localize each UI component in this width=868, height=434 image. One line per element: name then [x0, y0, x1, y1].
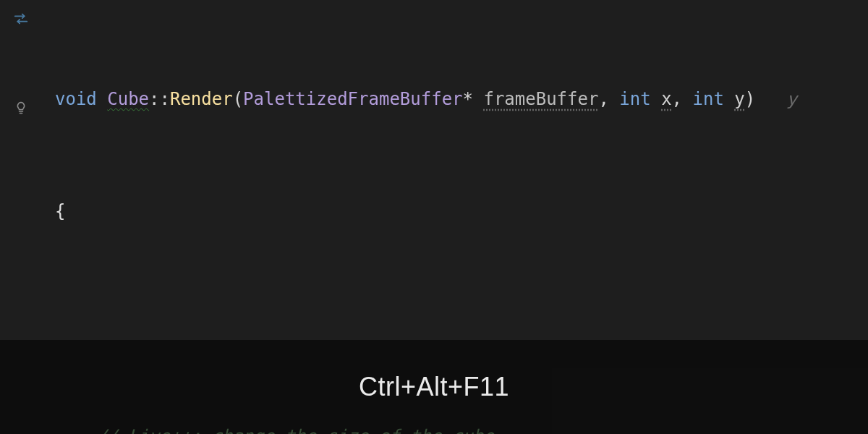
param-framebuffer: frameBuffer	[483, 89, 598, 109]
param-x: x	[661, 89, 671, 109]
brace-open: {	[55, 201, 65, 221]
code-area[interactable]: void Cube::Render(PalettizedFrameBuffer*…	[42, 0, 868, 434]
code-editor[interactable]: void Cube::Render(PalettizedFrameBuffer*…	[0, 0, 868, 434]
function-render: Render	[170, 89, 233, 109]
keyword-void: void	[55, 89, 97, 109]
code-line[interactable]: // Live++: change the size of the cube	[55, 422, 868, 434]
code-line[interactable]: void Cube::Render(PalettizedFrameBuffer*…	[55, 85, 868, 114]
code-line[interactable]: {	[55, 197, 868, 226]
trailing-glyph: y	[787, 89, 797, 109]
comment: // Live++: change the size of the cube	[97, 426, 494, 434]
type-framebuffer: PalettizedFrameBuffer	[243, 89, 462, 109]
swap-arrows-icon[interactable]	[13, 7, 29, 35]
type-cube: Cube	[107, 89, 149, 109]
param-y: y	[734, 89, 744, 109]
gutter	[0, 0, 42, 434]
code-line[interactable]	[55, 310, 868, 339]
lightbulb-icon[interactable]	[14, 95, 28, 123]
